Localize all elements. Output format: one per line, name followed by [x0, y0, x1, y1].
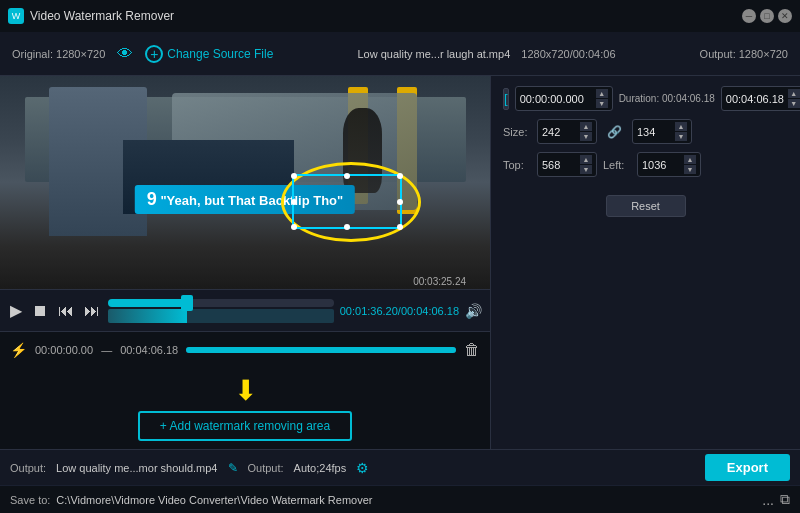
bottom-bar: Output: Low quality me...mor should.mp4 … — [0, 449, 800, 485]
save-to-label: Save to: — [10, 494, 50, 506]
toolbar: Original: 1280×720 👁 + Change Source Fil… — [0, 32, 800, 76]
title-bar-left: W Video Watermark Remover — [8, 8, 174, 24]
maximize-button[interactable]: □ — [760, 9, 774, 23]
end-time-input[interactable] — [726, 93, 786, 105]
reset-row: Reset — [503, 191, 788, 217]
left-input[interactable] — [642, 159, 684, 171]
save-path: C:\Vidmore\Vidmore Video Converter\Video… — [56, 494, 756, 506]
segment-fill — [186, 347, 456, 353]
width-input-group: ▲ ▼ — [537, 119, 597, 144]
height-spinners: ▲ ▼ — [675, 122, 687, 141]
settings-icon[interactable]: ⚙ — [356, 460, 369, 476]
timeline-track[interactable] — [108, 309, 334, 323]
browse-folder-button[interactable]: ... — [762, 492, 774, 508]
duration-label: Duration: 00:04:06.18 — [619, 93, 715, 104]
watermark-num: 9 — [147, 189, 157, 209]
plus-circle-icon: + — [145, 45, 163, 63]
title-bar-controls: ─ □ ✕ — [742, 9, 792, 23]
export-button[interactable]: Export — [705, 454, 790, 481]
play-button[interactable]: ▶ — [8, 299, 24, 322]
bottom-actions: ⬇ + Add watermark removing area — [0, 367, 490, 449]
end-time-spinners: ▲ ▼ — [788, 89, 800, 108]
preview-toggle-button[interactable]: 👁 — [117, 45, 133, 63]
output-text-label: Output: — [10, 462, 46, 474]
title-bar: W Video Watermark Remover ─ □ ✕ — [0, 0, 800, 32]
segment-range — [186, 347, 456, 353]
close-button[interactable]: ✕ — [778, 9, 792, 23]
output-label: Output: 1280×720 — [700, 48, 788, 60]
end-time-up[interactable]: ▲ — [788, 89, 800, 98]
start-time-input[interactable] — [520, 93, 594, 105]
top-up[interactable]: ▲ — [580, 155, 592, 164]
next-frame-button[interactable]: ⏭ — [82, 300, 102, 322]
original-label: Original: 1280×720 — [12, 48, 105, 60]
width-down[interactable]: ▼ — [580, 132, 592, 141]
output-format: Auto;24fps — [294, 462, 347, 474]
left-up[interactable]: ▲ — [684, 155, 696, 164]
video-preview: 9 "Yeah, but That Backflip Tho" — [0, 76, 490, 289]
change-source-button[interactable]: + Change Source File — [145, 45, 273, 63]
video-background — [0, 76, 490, 289]
left-down[interactable]: ▼ — [684, 165, 696, 174]
content-area: 9 "Yeah, but That Backflip Tho" — [0, 76, 800, 513]
resize-handle-rm[interactable] — [397, 199, 403, 205]
reset-button[interactable]: Reset — [606, 195, 686, 217]
resize-handle-bm[interactable] — [344, 224, 350, 230]
height-input[interactable] — [637, 126, 675, 138]
down-arrow-icon: ⬇ — [234, 377, 257, 405]
resize-handle-lm[interactable] — [291, 199, 297, 205]
bracket-left-button[interactable]: [ — [503, 88, 509, 110]
volume-icon[interactable]: 🔊 — [465, 303, 482, 319]
width-input[interactable] — [542, 126, 580, 138]
start-time-up[interactable]: ▲ — [596, 89, 608, 98]
top-row: Top: ▲ ▼ Left: ▲ ▼ — [503, 152, 788, 177]
width-up[interactable]: ▲ — [580, 122, 592, 131]
height-up[interactable]: ▲ — [675, 122, 687, 131]
top-input-group: ▲ ▼ — [537, 152, 597, 177]
left-spinners: ▲ ▼ — [684, 155, 696, 174]
prev-frame-button[interactable]: ⏮ — [56, 300, 76, 322]
copy-path-button[interactable]: ⧉ — [780, 491, 790, 508]
size-row: Size: ▲ ▼ 🔗 ▲ ▼ — [503, 119, 788, 144]
add-watermark-area-button[interactable]: + Add watermark removing area — [138, 411, 352, 441]
file-name: Low quality me...r laugh at.mp4 1280x720… — [285, 48, 687, 60]
controls-section: ▶ ⏹ ⏮ ⏭ 00:01:36.20/00:04:06.18 🔊 ⚡ — [0, 289, 490, 449]
watermark-removal-box[interactable] — [292, 174, 402, 229]
start-time-input-group: ▲ ▼ — [515, 86, 613, 111]
top-input[interactable] — [542, 159, 580, 171]
top-label: Top: — [503, 159, 531, 171]
change-source-label: Change Source File — [167, 47, 273, 61]
left-label: Left: — [603, 159, 631, 171]
segment-separator: — — [101, 344, 112, 356]
link-icon[interactable]: 🔗 — [603, 125, 626, 139]
app-icon: W — [8, 8, 24, 24]
left-panel: 9 "Yeah, but That Backflip Tho" — [0, 76, 490, 449]
timeline-progress[interactable] — [108, 299, 334, 307]
top-down[interactable]: ▼ — [580, 165, 592, 174]
segment-start-time: 00:00:00.00 — [35, 344, 93, 356]
save-to-bar: Save to: C:\Vidmore\Vidmore Video Conver… — [0, 485, 800, 513]
timeline[interactable] — [108, 290, 334, 331]
stop-button[interactable]: ⏹ — [30, 300, 50, 322]
top-spinners: ▲ ▼ — [580, 155, 592, 174]
minimize-button[interactable]: ─ — [742, 9, 756, 23]
end-time-down[interactable]: ▼ — [788, 99, 800, 108]
timeline-thumb[interactable] — [181, 295, 193, 311]
delete-segment-button[interactable]: 🗑 — [464, 341, 480, 359]
output-filename: Low quality me...mor should.mp4 — [56, 462, 217, 474]
app-title: Video Watermark Remover — [30, 9, 174, 23]
video-area: 9 "Yeah, but That Backflip Tho" — [0, 76, 490, 289]
file-dims: 1280x720/00:04:06 — [521, 48, 615, 60]
height-down[interactable]: ▼ — [675, 132, 687, 141]
resize-handle-tl[interactable] — [291, 173, 297, 179]
time-display: 00:01:36.20/00:04:06.18 — [340, 305, 459, 317]
right-panel: [ ▲ ▼ Duration: 00:04:06.18 ▲ ▼ — [490, 76, 800, 449]
width-spinners: ▲ ▼ — [580, 122, 592, 141]
start-time-down[interactable]: ▼ — [596, 99, 608, 108]
resize-handle-tm[interactable] — [344, 173, 350, 179]
segment-end-time: 00:04:06.18 — [120, 344, 178, 356]
timestamp: 00:03:25.24 — [413, 276, 466, 287]
start-time-spinners: ▲ ▼ — [596, 89, 608, 108]
edit-filename-icon[interactable]: ✎ — [228, 461, 238, 475]
timestamp-bar: 00:03:25.24 — [409, 274, 470, 289]
